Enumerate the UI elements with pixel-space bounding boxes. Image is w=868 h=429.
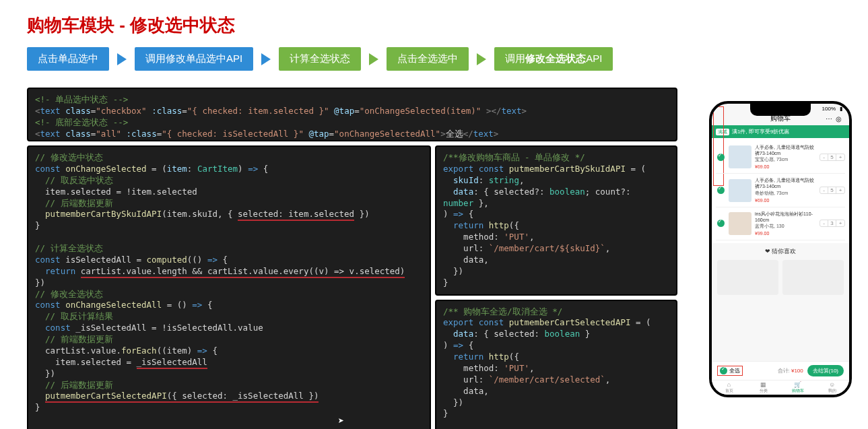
code-block-right-1: /**修改购物车商品 - 单品修改 */ export const putmem… [435,145,677,296]
quantity-stepper[interactable]: -3+ [820,220,845,227]
product-thumb[interactable] [729,179,752,202]
product-price: ¥69.00 [755,197,816,203]
cart-item[interactable]: ins风小碎花泡泡袖衬衫110-160cm 蓝青小花, 130 ¥99.00 -… [716,207,845,240]
code-block-right-2: /** 购物车全选/取消全选 */ export const putmember… [435,300,677,430]
rec-card[interactable] [782,260,844,295]
comment: // 计算全选状态 [35,243,103,253]
phone-mockup: 100% ▮ 购物车 ⋯ ◎ 满减 满1件, 即可享受9折优惠 人手必备, 儿童… [709,101,852,397]
tab-label: 购物车 [792,388,804,394]
product-thumb[interactable] [729,145,752,168]
product-spec: 宝宝心愿, 73cm [755,156,816,162]
cart-item[interactable]: 人手必备, 儿童轻薄透气防蚊裤73-140cm 奇妙动物, 73cm ¥69.0… [716,174,845,207]
process-flow: 点击单品选中 调用修改单品选中API 计算全选状态 点击全选选中 调用修改全选状… [0,47,868,77]
cart-items: 人手必备, 儿童轻薄透气防蚊裤73-140cm 宝宝心愿, 73cm ¥69.0… [712,138,849,243]
recommendations [712,260,849,295]
product-price: ¥69.00 [755,164,816,170]
product-price: ¥99.00 [755,230,816,236]
code-area: <!- 单品选中状态 --> <text class="checkbox" :c… [27,88,680,429]
flow-step-5: 调用修改全选状态API [494,47,613,71]
flow-step-4: 点击全选选中 [387,47,469,71]
text: _isSelectedAll [233,391,304,401]
promo-text: 满1件, 即可享受9折优惠 [732,128,789,135]
comment: // 后端数据更新 [35,198,113,208]
flow-step-2: 调用修改单品选中API [135,47,253,71]
tab-label: 分类 [760,388,768,394]
text: 调用 [505,53,525,64]
comment: // 取反选中状态 [35,175,113,185]
cart-item[interactable]: 人手必备, 儿童轻薄透气防蚊裤73-140cm 宝宝心愿, 73cm ¥69.0… [716,141,845,174]
comment: <!- 底部全选状态 --> [35,117,128,127]
checkbox-icon[interactable] [717,187,725,194]
qty-value: 5 [828,187,836,193]
underlined-code: cartList.value.length && cartList.value.… [81,266,405,278]
user-icon: ☺ [829,382,835,388]
app-header: 购物车 ⋯ ◎ [712,112,849,125]
tab-label: 我的 [828,388,836,394]
text: API [586,53,602,64]
cart-icon: 🛒 [794,382,801,388]
product-info: 人手必备, 儿童轻薄透气防蚊裤73-140cm 奇妙动物, 73cm ¥69.0… [755,177,816,203]
promo-banner: 满减 满1件, 即可享受9折优惠 [712,125,849,138]
promo-tag: 满减 [716,129,729,135]
menu-icon[interactable]: ⋯ ◎ [826,115,842,123]
qty-value: 3 [828,220,836,226]
select-all-label: 全选 [729,367,740,374]
tab-profile[interactable]: ☺我的 [815,381,849,395]
comment: // 修改选中状态 [35,152,103,162]
section-heading: ❤ 猜你喜欢 [712,243,849,260]
quantity-stepper[interactable]: -5+ [820,187,845,194]
product-title: 人手必备, 儿童轻薄透气防蚊裤73-140cm [755,144,816,156]
underlined-code: selected: item.selected [238,209,354,221]
mouse-cursor-icon: ➤ [338,414,344,428]
rec-card[interactable] [717,260,778,295]
product-info: 人手必备, 儿童轻薄透气防蚊裤73-140cm 宝宝心愿, 73cm ¥69.0… [755,144,816,170]
comment: // 取反计算结果 [35,311,113,321]
tab-home[interactable]: ⌂首页 [712,381,746,395]
qty-value: 5 [828,154,836,160]
arrow-icon [477,53,486,65]
product-thumb[interactable] [729,212,752,235]
home-icon: ⌂ [727,382,731,388]
text: 修改全选状态 [525,53,586,64]
grid-icon: ▦ [760,382,766,388]
tab-category[interactable]: ▦分类 [746,381,780,395]
arrow-icon [369,53,378,65]
checkbox-icon[interactable] [720,367,727,374]
product-title: 人手必备, 儿童轻薄透气防蚊裤73-140cm [755,177,816,189]
total: 合计: ¥100 [778,367,803,374]
product-spec: 奇妙动物, 73cm [755,190,816,196]
product-info: ins风小碎花泡泡袖衬衫110-160cm 蓝青小花, 130 ¥99.00 [755,211,816,236]
product-spec: 蓝青小花, 130 [755,223,816,229]
flow-step-3: 计算全选状态 [279,47,361,71]
flow-step-1: 点击单品选中 [27,47,109,71]
page-title: 购物车模块 - 修改选中状态 [0,0,868,47]
checkout-button[interactable]: 去结算(10) [807,365,844,376]
total-value: ¥100 [791,368,803,374]
code-block-left: // 修改选中状态 const onChangeSelected = (item… [27,145,431,429]
arrow-icon [261,53,271,65]
select-all-checkbox[interactable]: 全选 [717,366,743,376]
product-title: ins风小碎花泡泡袖衬衫110-160cm [755,211,816,223]
total-label: 合计: [778,368,790,374]
comment: // 前端数据更新 [35,334,113,344]
tab-bar: ⌂首页 ▦分类 🛒购物车 ☺我的 [712,380,849,395]
tab-label: 首页 [725,388,733,394]
comment: /** 购物车全选/取消全选 */ [443,306,562,317]
comment: // 修改全选状态 [35,289,103,299]
underlined-code: _isSelectedAll [137,357,207,369]
battery-icon: ▮ [840,106,842,112]
cart-footer: 全选 合计: ¥100 去结算(10) [712,361,849,380]
arrow-icon [117,53,127,65]
checkbox-icon[interactable] [717,220,725,227]
quantity-stepper[interactable]: -5+ [820,154,845,161]
code-block-template: <!- 单品选中状态 --> <text class="checkbox" :c… [27,88,677,141]
comment: /**修改购物车商品 - 单品修改 */ [443,152,585,162]
comment: // 后端数据更新 [35,380,113,390]
tab-cart[interactable]: 🛒购物车 [780,381,815,395]
battery-pct: 100% [822,106,836,112]
app-title: 购物车 [770,114,791,123]
text: 猜你喜欢 [772,248,796,255]
comment: <!- 单品选中状态 --> [35,94,128,104]
checkbox-icon[interactable] [717,154,725,161]
